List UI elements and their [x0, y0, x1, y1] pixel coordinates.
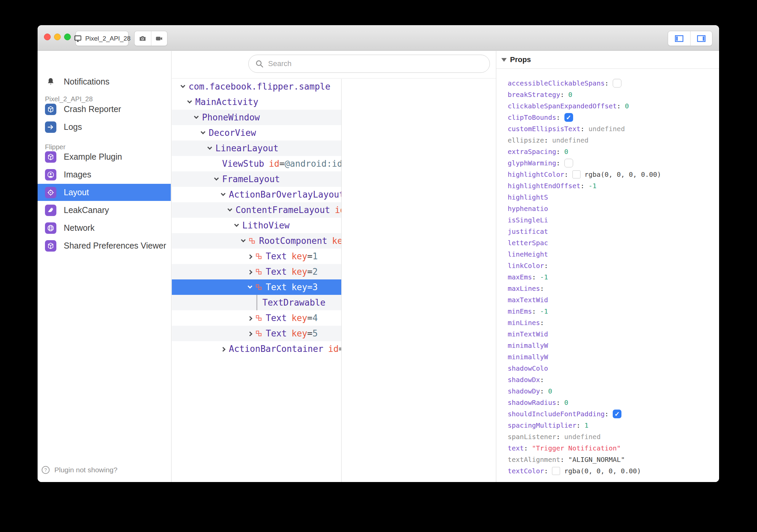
element-tree: com.facebook.flipper.sampleMainActivityP… [172, 79, 342, 482]
minimize-button[interactable] [54, 34, 61, 40]
prop-row-spanlistener: spanListener:undefined [496, 431, 719, 442]
prop-value[interactable]: "Trigger Notification" [532, 444, 621, 452]
prop-value[interactable]: 0 [564, 148, 568, 156]
tree-row-actionbarcontainer-id-action-bar-container[interactable]: ActionBarContainerid=@id/action_bar_cont… [172, 341, 341, 357]
sidebar-item-crash-reporter[interactable]: Crash Reporter [38, 101, 171, 118]
color-swatch[interactable] [552, 467, 560, 475]
search-input[interactable] [268, 59, 484, 68]
color-swatch[interactable] [572, 170, 581, 178]
prop-key: maxEms [508, 273, 532, 281]
chevron-down-icon[interactable] [212, 171, 221, 187]
tree-row-framelayout[interactable]: FrameLayout [172, 171, 341, 187]
sidebar-item-notifications[interactable]: Notifications [38, 73, 171, 90]
tree-row-lithoview[interactable]: LithoView [172, 218, 341, 233]
tree-node-name: LithoView [242, 220, 290, 230]
prop-row-maxtextwid: maxTextWid [496, 294, 719, 306]
chevron-down-icon[interactable] [239, 233, 248, 249]
props-header[interactable]: Props [496, 51, 719, 69]
sidebar-item-example-plugin[interactable]: Example Plugin [38, 148, 171, 165]
chevron-down-icon[interactable] [199, 125, 207, 141]
tree-row-textdrawable[interactable]: TextDrawable [172, 295, 341, 310]
sidebar-item-shared-preferences-viewer[interactable]: Shared Preferences Viewer [38, 237, 171, 254]
close-button[interactable] [44, 34, 51, 40]
sidebar-item-label: LeakCanary [64, 205, 109, 215]
chevron-down-icon[interactable] [219, 187, 228, 202]
prop-value: rgba(0, 0, 0, 0.00) [585, 170, 661, 178]
chevron-down-icon[interactable] [205, 141, 214, 156]
prop-colon: : [564, 170, 568, 178]
prop-row-cliptobounds: clipToBounds:✓ [496, 112, 719, 123]
chevron-right-icon[interactable] [246, 249, 254, 264]
tree-row-mainactivity[interactable]: MainActivity [172, 94, 341, 110]
screenshot-button[interactable] [135, 31, 151, 46]
chevron-right-icon[interactable] [246, 326, 254, 341]
prop-key: textColor [508, 467, 544, 475]
tree-row-actionbaroverlaylayout-id-decor-content-parent[interactable]: ActionBarOverlayLayoutid=@id/decor_conte… [172, 187, 341, 202]
prop-value[interactable]: 0 [548, 387, 552, 395]
chevron-down-icon[interactable] [232, 218, 241, 233]
capture-button-group [134, 31, 167, 46]
prop-value[interactable]: -1 [589, 182, 597, 190]
prop-colon: : [560, 91, 564, 99]
litho-icon [255, 268, 262, 275]
checkbox-checked[interactable]: ✓ [613, 410, 621, 418]
screenrecord-button[interactable] [151, 31, 167, 46]
sidebar-item-leakcanary[interactable]: LeakCanary [38, 202, 171, 219]
prop-value: undefined [589, 125, 625, 133]
tree-node-name: Text [266, 328, 287, 338]
prop-value[interactable]: 0 [625, 102, 629, 110]
chevron-down-icon[interactable] [185, 94, 194, 110]
tree-row-rootcomponent-1[interactable]: RootComponentkey=1 [172, 233, 341, 249]
tree-attr-key: key [292, 328, 307, 338]
chevron-right-icon[interactable] [246, 310, 254, 326]
layout-inspector: com.facebook.flipper.sampleMainActivityP… [172, 51, 496, 482]
chevron-right-icon[interactable] [246, 264, 254, 279]
toggle-right-panel-button[interactable] [690, 31, 712, 46]
toggle-left-panel-button[interactable] [668, 31, 690, 46]
chevron-down-icon[interactable] [179, 79, 187, 94]
target-icon [45, 187, 56, 198]
checkbox-checked[interactable]: ✓ [564, 113, 573, 122]
tree-row-linearlayout[interactable]: LinearLayout [172, 141, 341, 156]
tree-row-viewstub-android-id-action-mode-bar-stub[interactable]: ViewStubid=@android:id/action_mode_bar_s… [172, 156, 341, 171]
tree-row-text-3[interactable]: Textkey=3 [172, 279, 341, 295]
tree-attr-key: key [292, 267, 307, 277]
tree-row-phonewindow[interactable]: PhoneWindow [172, 110, 341, 125]
sidebar-item-images[interactable]: Images [38, 166, 171, 183]
zoom-button[interactable] [64, 34, 71, 40]
tree-row-text-5[interactable]: Textkey=5 [172, 326, 341, 341]
prop-row-maxems: maxEms:-1 [496, 271, 719, 283]
tree-spacer [212, 156, 221, 171]
chevron-down-icon[interactable] [246, 279, 254, 295]
sidebar-item-layout[interactable]: Layout [38, 184, 171, 201]
chevron-down-icon[interactable] [225, 202, 234, 218]
prop-colon: : [540, 387, 544, 395]
chevron-right-icon[interactable] [219, 341, 228, 357]
checkbox-unchecked[interactable] [564, 159, 573, 167]
tree-row-com-facebook-flipper-sample[interactable]: com.facebook.flipper.sample [172, 79, 341, 94]
device-selector-button[interactable]: Pixel_2_API_28 [75, 31, 129, 46]
search-box [248, 55, 490, 73]
prop-value[interactable]: 1 [585, 421, 589, 429]
tree-row-decorview[interactable]: DecorView [172, 125, 341, 141]
tree-row-contentframelayout-android-id-content[interactable]: ContentFrameLayoutid=@android:id/content [172, 202, 341, 218]
checkbox-unchecked[interactable] [613, 79, 621, 88]
prop-value[interactable]: 0 [564, 398, 568, 407]
plugin-help-link[interactable]: ? Plugin not showing? [41, 465, 117, 475]
globe-icon [45, 222, 56, 234]
prop-value[interactable]: 0 [568, 91, 572, 99]
sidebar-item-network[interactable]: Network [38, 219, 171, 236]
tree-row-text-4[interactable]: Textkey=4 [172, 310, 341, 326]
tree-row-text-2[interactable]: Textkey=2 [172, 264, 341, 279]
cube-icon [45, 240, 56, 252]
prop-key: spacingMultiplier [508, 421, 576, 429]
prop-row-lineheight: lineHeight [496, 249, 719, 260]
prop-row-shadowcolo: shadowColo [496, 363, 719, 374]
prop-value[interactable]: -1 [540, 273, 548, 281]
prop-key: accessibleClickableSpans [508, 79, 605, 87]
sidebar-item-logs[interactable]: Logs [38, 118, 171, 136]
tree-row-text-1[interactable]: Textkey=1 [172, 249, 341, 264]
search-icon [255, 59, 264, 68]
prop-value[interactable]: -1 [540, 307, 548, 315]
chevron-down-icon[interactable] [192, 110, 201, 125]
